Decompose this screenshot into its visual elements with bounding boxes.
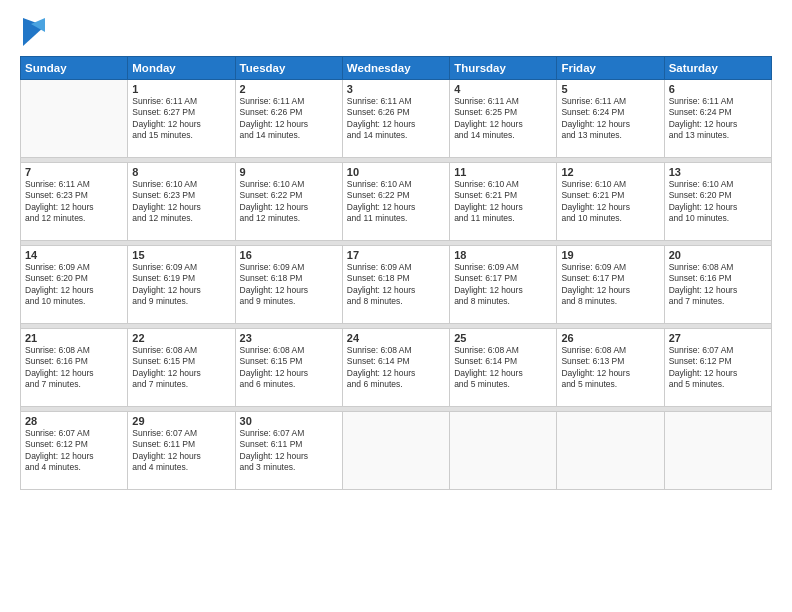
- calendar-cell: 7Sunrise: 6:11 AM Sunset: 6:23 PM Daylig…: [21, 163, 128, 241]
- day-info: Sunrise: 6:09 AM Sunset: 6:18 PM Dayligh…: [347, 262, 445, 308]
- weekday-header: Thursday: [450, 57, 557, 80]
- calendar-cell: 26Sunrise: 6:08 AM Sunset: 6:13 PM Dayli…: [557, 329, 664, 407]
- calendar-cell: 25Sunrise: 6:08 AM Sunset: 6:14 PM Dayli…: [450, 329, 557, 407]
- day-number: 10: [347, 166, 445, 178]
- calendar-cell: 13Sunrise: 6:10 AM Sunset: 6:20 PM Dayli…: [664, 163, 771, 241]
- calendar-cell: 4Sunrise: 6:11 AM Sunset: 6:25 PM Daylig…: [450, 80, 557, 158]
- calendar-cell: 28Sunrise: 6:07 AM Sunset: 6:12 PM Dayli…: [21, 412, 128, 490]
- day-number: 26: [561, 332, 659, 344]
- calendar-cell: 30Sunrise: 6:07 AM Sunset: 6:11 PM Dayli…: [235, 412, 342, 490]
- day-number: 17: [347, 249, 445, 261]
- day-number: 22: [132, 332, 230, 344]
- day-info: Sunrise: 6:10 AM Sunset: 6:22 PM Dayligh…: [347, 179, 445, 225]
- day-number: 19: [561, 249, 659, 261]
- day-number: 6: [669, 83, 767, 95]
- page: SundayMondayTuesdayWednesdayThursdayFrid…: [0, 0, 792, 612]
- calendar-week-row: 21Sunrise: 6:08 AM Sunset: 6:16 PM Dayli…: [21, 329, 772, 407]
- day-info: Sunrise: 6:10 AM Sunset: 6:21 PM Dayligh…: [561, 179, 659, 225]
- day-info: Sunrise: 6:11 AM Sunset: 6:26 PM Dayligh…: [240, 96, 338, 142]
- day-info: Sunrise: 6:11 AM Sunset: 6:23 PM Dayligh…: [25, 179, 123, 225]
- calendar-cell: [21, 80, 128, 158]
- calendar-cell: [450, 412, 557, 490]
- day-info: Sunrise: 6:09 AM Sunset: 6:17 PM Dayligh…: [454, 262, 552, 308]
- day-number: 23: [240, 332, 338, 344]
- weekday-header: Sunday: [21, 57, 128, 80]
- day-number: 14: [25, 249, 123, 261]
- day-info: Sunrise: 6:11 AM Sunset: 6:26 PM Dayligh…: [347, 96, 445, 142]
- calendar-cell: 21Sunrise: 6:08 AM Sunset: 6:16 PM Dayli…: [21, 329, 128, 407]
- calendar-cell: [342, 412, 449, 490]
- calendar-cell: 3Sunrise: 6:11 AM Sunset: 6:26 PM Daylig…: [342, 80, 449, 158]
- day-info: Sunrise: 6:09 AM Sunset: 6:18 PM Dayligh…: [240, 262, 338, 308]
- day-info: Sunrise: 6:11 AM Sunset: 6:24 PM Dayligh…: [561, 96, 659, 142]
- day-number: 29: [132, 415, 230, 427]
- calendar-week-row: 7Sunrise: 6:11 AM Sunset: 6:23 PM Daylig…: [21, 163, 772, 241]
- day-info: Sunrise: 6:07 AM Sunset: 6:11 PM Dayligh…: [132, 428, 230, 474]
- day-number: 15: [132, 249, 230, 261]
- day-number: 18: [454, 249, 552, 261]
- day-number: 2: [240, 83, 338, 95]
- day-info: Sunrise: 6:08 AM Sunset: 6:14 PM Dayligh…: [347, 345, 445, 391]
- day-info: Sunrise: 6:09 AM Sunset: 6:17 PM Dayligh…: [561, 262, 659, 308]
- logo: [20, 18, 45, 46]
- day-number: 25: [454, 332, 552, 344]
- calendar-week-row: 28Sunrise: 6:07 AM Sunset: 6:12 PM Dayli…: [21, 412, 772, 490]
- calendar-cell: 17Sunrise: 6:09 AM Sunset: 6:18 PM Dayli…: [342, 246, 449, 324]
- day-info: Sunrise: 6:07 AM Sunset: 6:12 PM Dayligh…: [669, 345, 767, 391]
- calendar-cell: 19Sunrise: 6:09 AM Sunset: 6:17 PM Dayli…: [557, 246, 664, 324]
- day-info: Sunrise: 6:08 AM Sunset: 6:16 PM Dayligh…: [669, 262, 767, 308]
- day-info: Sunrise: 6:08 AM Sunset: 6:16 PM Dayligh…: [25, 345, 123, 391]
- calendar-week-row: 14Sunrise: 6:09 AM Sunset: 6:20 PM Dayli…: [21, 246, 772, 324]
- day-info: Sunrise: 6:10 AM Sunset: 6:21 PM Dayligh…: [454, 179, 552, 225]
- day-number: 3: [347, 83, 445, 95]
- day-number: 30: [240, 415, 338, 427]
- calendar-cell: [664, 412, 771, 490]
- calendar-cell: 27Sunrise: 6:07 AM Sunset: 6:12 PM Dayli…: [664, 329, 771, 407]
- calendar-cell: 5Sunrise: 6:11 AM Sunset: 6:24 PM Daylig…: [557, 80, 664, 158]
- day-number: 8: [132, 166, 230, 178]
- calendar-cell: [557, 412, 664, 490]
- day-info: Sunrise: 6:10 AM Sunset: 6:22 PM Dayligh…: [240, 179, 338, 225]
- calendar-cell: 24Sunrise: 6:08 AM Sunset: 6:14 PM Dayli…: [342, 329, 449, 407]
- calendar-cell: 6Sunrise: 6:11 AM Sunset: 6:24 PM Daylig…: [664, 80, 771, 158]
- day-number: 12: [561, 166, 659, 178]
- day-info: Sunrise: 6:11 AM Sunset: 6:27 PM Dayligh…: [132, 96, 230, 142]
- weekday-header: Tuesday: [235, 57, 342, 80]
- day-number: 13: [669, 166, 767, 178]
- weekday-header: Friday: [557, 57, 664, 80]
- calendar-cell: 22Sunrise: 6:08 AM Sunset: 6:15 PM Dayli…: [128, 329, 235, 407]
- day-info: Sunrise: 6:08 AM Sunset: 6:13 PM Dayligh…: [561, 345, 659, 391]
- calendar-cell: 29Sunrise: 6:07 AM Sunset: 6:11 PM Dayli…: [128, 412, 235, 490]
- day-info: Sunrise: 6:09 AM Sunset: 6:20 PM Dayligh…: [25, 262, 123, 308]
- day-info: Sunrise: 6:07 AM Sunset: 6:12 PM Dayligh…: [25, 428, 123, 474]
- calendar-cell: 18Sunrise: 6:09 AM Sunset: 6:17 PM Dayli…: [450, 246, 557, 324]
- header: [20, 18, 772, 46]
- day-info: Sunrise: 6:08 AM Sunset: 6:14 PM Dayligh…: [454, 345, 552, 391]
- calendar-cell: 14Sunrise: 6:09 AM Sunset: 6:20 PM Dayli…: [21, 246, 128, 324]
- calendar-week-row: 1Sunrise: 6:11 AM Sunset: 6:27 PM Daylig…: [21, 80, 772, 158]
- logo-icon: [23, 18, 45, 46]
- day-number: 20: [669, 249, 767, 261]
- day-info: Sunrise: 6:11 AM Sunset: 6:25 PM Dayligh…: [454, 96, 552, 142]
- day-number: 5: [561, 83, 659, 95]
- day-number: 1: [132, 83, 230, 95]
- weekday-header: Monday: [128, 57, 235, 80]
- weekday-header: Wednesday: [342, 57, 449, 80]
- day-info: Sunrise: 6:10 AM Sunset: 6:20 PM Dayligh…: [669, 179, 767, 225]
- calendar-cell: 11Sunrise: 6:10 AM Sunset: 6:21 PM Dayli…: [450, 163, 557, 241]
- day-number: 4: [454, 83, 552, 95]
- day-info: Sunrise: 6:07 AM Sunset: 6:11 PM Dayligh…: [240, 428, 338, 474]
- day-info: Sunrise: 6:08 AM Sunset: 6:15 PM Dayligh…: [240, 345, 338, 391]
- calendar-cell: 9Sunrise: 6:10 AM Sunset: 6:22 PM Daylig…: [235, 163, 342, 241]
- day-info: Sunrise: 6:09 AM Sunset: 6:19 PM Dayligh…: [132, 262, 230, 308]
- day-number: 28: [25, 415, 123, 427]
- day-info: Sunrise: 6:11 AM Sunset: 6:24 PM Dayligh…: [669, 96, 767, 142]
- calendar-cell: 10Sunrise: 6:10 AM Sunset: 6:22 PM Dayli…: [342, 163, 449, 241]
- calendar-cell: 16Sunrise: 6:09 AM Sunset: 6:18 PM Dayli…: [235, 246, 342, 324]
- day-number: 21: [25, 332, 123, 344]
- calendar-cell: 1Sunrise: 6:11 AM Sunset: 6:27 PM Daylig…: [128, 80, 235, 158]
- day-number: 9: [240, 166, 338, 178]
- calendar: SundayMondayTuesdayWednesdayThursdayFrid…: [20, 56, 772, 490]
- day-number: 27: [669, 332, 767, 344]
- day-info: Sunrise: 6:10 AM Sunset: 6:23 PM Dayligh…: [132, 179, 230, 225]
